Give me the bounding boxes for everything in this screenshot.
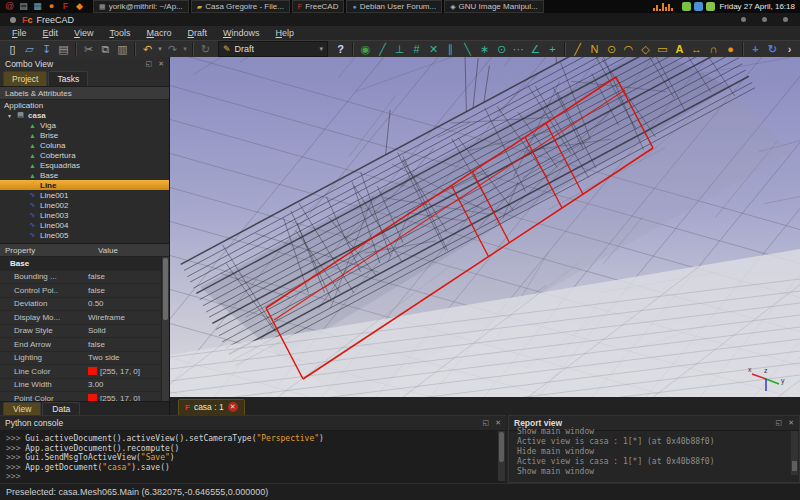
tree-item-brise[interactable]: ▲Brise: [0, 130, 169, 140]
tab-tasks[interactable]: Tasks: [48, 71, 88, 86]
redo-button[interactable]: ↷: [164, 41, 181, 57]
paste-button[interactable]: ▥: [114, 41, 131, 57]
snap-grid-toggle[interactable]: #: [408, 41, 425, 57]
freecad-launcher-icon[interactable]: F: [60, 1, 71, 12]
property-row[interactable]: Bounding ...false: [0, 271, 169, 285]
document-tab[interactable]: F casa : 1 ✕: [178, 399, 245, 416]
tree-item-line004[interactable]: ∿Line004: [0, 220, 169, 230]
undo-dropdown[interactable]: ▾: [156, 41, 164, 57]
taskbar-window-button[interactable]: ◈GNU Image Manipul...: [444, 0, 544, 13]
open-button[interactable]: ▱: [21, 41, 38, 57]
menu-edit[interactable]: Edit: [35, 27, 67, 39]
draft-polygon-tool[interactable]: ◇: [637, 41, 654, 57]
tree-item-line005[interactable]: ∿Line005: [0, 230, 169, 240]
close-console-icon[interactable]: ✕: [495, 419, 501, 427]
report-scrollbar[interactable]: [791, 431, 798, 475]
cut-button[interactable]: ✂: [80, 41, 97, 57]
copy-button[interactable]: ⧉: [97, 41, 114, 57]
rotate-tool[interactable]: ↻: [764, 41, 781, 57]
file-manager-icon[interactable]: ▤: [18, 1, 29, 12]
tree-item-cobertura[interactable]: ▲Cobertura: [0, 150, 169, 160]
tree-item-line[interactable]: ╱Line: [0, 180, 169, 190]
taskbar-window-button[interactable]: ●Debian User Forum...: [346, 0, 442, 13]
snap-intersection-toggle[interactable]: ✕: [425, 41, 442, 57]
tab-project[interactable]: Project: [3, 71, 47, 86]
snap-near-toggle[interactable]: ⋯: [510, 41, 527, 57]
draft-circle-tool[interactable]: ⊙: [603, 41, 620, 57]
draft-dimension-tool[interactable]: ↔: [688, 41, 705, 57]
close-panel-icon[interactable]: ✕: [158, 60, 164, 68]
image-viewer-icon[interactable]: ▦: [32, 1, 43, 12]
property-row[interactable]: Control Poi..false: [0, 284, 169, 298]
close-document-icon[interactable]: ✕: [228, 402, 238, 412]
tree-item-coluna[interactable]: ▲Coluna: [0, 140, 169, 150]
close-button[interactable]: [783, 17, 788, 22]
property-row[interactable]: End Arrowfalse: [0, 338, 169, 352]
property-row[interactable]: LightingTwo side: [0, 352, 169, 366]
tree-item-casa[interactable]: ▾▤casa: [0, 110, 169, 120]
toolbar-overflow[interactable]: ›: [781, 41, 798, 57]
window-menu-button[interactable]: [10, 17, 16, 23]
property-row[interactable]: Line Width3.00: [0, 379, 169, 393]
menu-tools[interactable]: Tools: [101, 27, 138, 39]
draft-bspline-tool[interactable]: ∩: [705, 41, 722, 57]
draft-point-tool[interactable]: ●: [722, 41, 739, 57]
menu-help[interactable]: Help: [267, 27, 302, 39]
clock[interactable]: Friday 27 April, 16:18: [719, 2, 800, 11]
float-console-icon[interactable]: ◱: [483, 419, 490, 427]
float-panel-icon[interactable]: ◱: [146, 60, 153, 68]
move-tool[interactable]: +: [747, 41, 764, 57]
property-row[interactable]: Draw StyleSolid: [0, 325, 169, 339]
menu-file[interactable]: File: [4, 27, 35, 39]
close-report-icon[interactable]: ✕: [788, 419, 794, 427]
snap-endpoint-toggle[interactable]: ╱: [374, 41, 391, 57]
snap-lock-toggle[interactable]: ◉: [357, 41, 374, 57]
window-controls[interactable]: [741, 17, 800, 22]
snap-center-toggle[interactable]: ⊙: [493, 41, 510, 57]
viewport-canvas[interactable]: xzy: [170, 57, 800, 397]
snap-midpoint-toggle[interactable]: ∗: [476, 41, 493, 57]
expander-icon[interactable]: ▾: [6, 112, 13, 119]
update-notifier-icon[interactable]: [682, 2, 691, 11]
3d-viewport[interactable]: xzy: [170, 57, 800, 397]
menu-windows[interactable]: Windows: [215, 27, 268, 39]
property-row[interactable]: Display Mo...Wireframe: [0, 311, 169, 325]
tree-item-esquadrias[interactable]: ▲Esquadrias: [0, 160, 169, 170]
report-view-body[interactable]: Show main windowActive view is casa : 1[…: [509, 427, 799, 475]
property-row[interactable]: Line Color[255, 17, 0]: [0, 365, 169, 379]
snap-extension-toggle[interactable]: ╲: [459, 41, 476, 57]
tree-item-line003[interactable]: ∿Line003: [0, 210, 169, 220]
taskbar-window-button[interactable]: ▦yorik@mithril: ~/Ap...: [93, 0, 189, 13]
save-button[interactable]: ↧: [38, 41, 55, 57]
draft-line-tool[interactable]: ╱: [569, 41, 586, 57]
value-column-header[interactable]: Value: [93, 246, 118, 255]
float-report-icon[interactable]: ◱: [776, 419, 783, 427]
print-button[interactable]: ▤: [55, 41, 72, 57]
property-scrollbar[interactable]: [161, 257, 169, 411]
refresh-button[interactable]: ↻: [197, 41, 214, 57]
property-group-base[interactable]: Base: [0, 257, 169, 271]
menu-view[interactable]: View: [66, 27, 101, 39]
draft-arc-tool[interactable]: ◠: [620, 41, 637, 57]
property-column-header[interactable]: Property: [0, 246, 93, 255]
redo-dropdown[interactable]: ▾: [181, 41, 189, 57]
whats-this-button[interactable]: ?: [332, 41, 349, 57]
property-row[interactable]: Deviation0.50: [0, 298, 169, 312]
tree-item-line002[interactable]: ∿Line002: [0, 200, 169, 210]
snap-parallel-toggle[interactable]: ∥: [442, 41, 459, 57]
console-scrollbar[interactable]: [498, 431, 505, 481]
tree-item-viga[interactable]: ▲Viga: [0, 120, 169, 130]
snap-perpendicular-toggle[interactable]: ⊥: [391, 41, 408, 57]
snap-ortho-toggle[interactable]: +: [544, 41, 561, 57]
python-console-body[interactable]: >>> Gui.activeDocument().activeView().se…: [0, 431, 506, 482]
tree-item-line001[interactable]: ∿Line001: [0, 190, 169, 200]
freecad-titlebar[interactable]: Fc FreeCAD: [0, 13, 800, 26]
taskbar-window-button[interactable]: FFreeCAD: [292, 0, 345, 13]
draft-rectangle-tool[interactable]: ▭: [654, 41, 671, 57]
taskbar-window-button[interactable]: ▰Casa Gregoire - File...: [191, 0, 290, 13]
undo-button[interactable]: ↶: [139, 41, 156, 57]
blender-icon[interactable]: ◆: [74, 1, 85, 12]
draft-text-tool[interactable]: A: [671, 41, 688, 57]
new-file-button[interactable]: ▯: [4, 41, 21, 57]
menu-draft[interactable]: Draft: [179, 27, 215, 39]
